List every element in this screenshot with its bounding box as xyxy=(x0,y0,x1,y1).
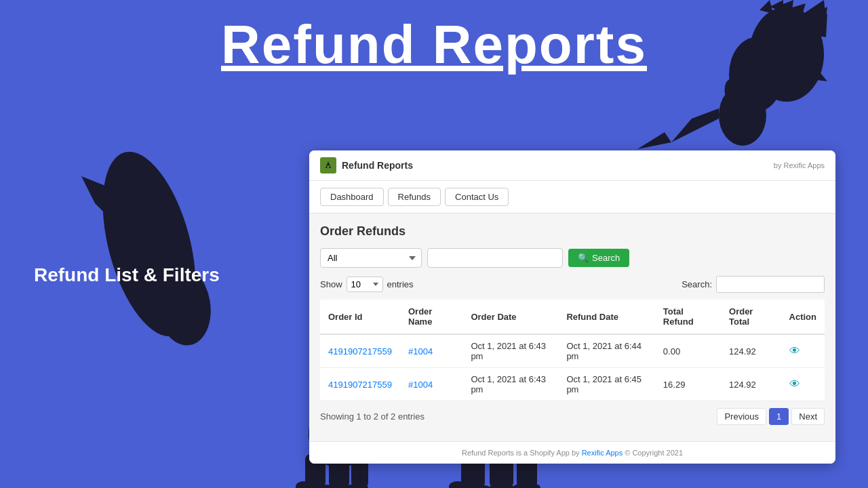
pagination-row: Showing 1 to 2 of 2 entries Previous 1 N… xyxy=(320,401,825,428)
view-icon[interactable]: 👁 xyxy=(789,345,800,357)
cell-order-name: #1004 xyxy=(400,334,462,368)
table-search-label: Search: xyxy=(682,279,712,289)
cell-total-refund: 0.00 xyxy=(655,334,721,368)
cell-order-id: 4191907217559 xyxy=(320,334,400,368)
app-nav: Dashboard Refunds Contact Us xyxy=(309,181,835,214)
cell-refund-date: Oct 1, 2021 at 6:45 pm xyxy=(558,368,654,401)
svg-point-40 xyxy=(327,165,330,168)
filter-select[interactable]: All Order Id Order Name Order Date Refun… xyxy=(320,248,422,268)
search-button-label: Search xyxy=(592,253,620,263)
cell-order-total: 124.92 xyxy=(721,368,781,401)
cell-order-total: 124.92 xyxy=(721,334,781,368)
app-footer: Refund Reports is a Shopify App by Rexif… xyxy=(309,441,835,464)
next-button[interactable]: Next xyxy=(791,408,825,425)
col-total-refund: Total Refund xyxy=(655,300,721,334)
col-order-total: Order Total xyxy=(721,300,781,334)
col-order-name: Order Name xyxy=(400,300,462,334)
svg-point-9 xyxy=(789,33,797,41)
side-label: Refund List & Filters xyxy=(34,264,237,286)
showing-text: Showing 1 to 2 of 2 entries xyxy=(320,411,425,422)
cell-order-date: Oct 1, 2021 at 6:43 pm xyxy=(462,334,558,368)
order-name-link[interactable]: #1004 xyxy=(408,346,433,357)
svg-marker-15 xyxy=(637,132,671,149)
filter-search-input[interactable] xyxy=(427,248,563,268)
order-id-link[interactable]: 4191907217559 xyxy=(328,380,392,390)
pagination-controls: Previous 1 Next xyxy=(717,408,825,425)
dino-top-right-decoration xyxy=(637,0,827,149)
footer-link[interactable]: Rexific Apps xyxy=(582,449,623,457)
previous-button[interactable]: Previous xyxy=(717,408,766,425)
nav-contact-button[interactable]: Contact Us xyxy=(445,188,509,206)
order-id-link[interactable]: 4191907217559 xyxy=(328,346,392,357)
entries-select[interactable]: 10 25 50 100 xyxy=(347,277,383,292)
cell-order-id: 4191907217559 xyxy=(320,368,400,401)
cell-order-date: Oct 1, 2021 at 6:43 pm xyxy=(462,368,558,401)
table-search-input[interactable] xyxy=(716,276,825,293)
order-name-link[interactable]: #1004 xyxy=(408,380,433,390)
footer-text: Refund Reports is a Shopify App by xyxy=(462,449,582,457)
section-title: Order Refunds xyxy=(320,224,825,239)
svg-point-13 xyxy=(719,85,766,146)
svg-marker-14 xyxy=(671,108,719,142)
col-order-date: Order Date xyxy=(462,300,558,334)
cell-refund-date: Oct 1, 2021 at 6:44 pm xyxy=(558,334,654,368)
app-panel: Refund Reports by Rexific Apps Dashboard… xyxy=(309,150,835,464)
cell-order-name: #1004 xyxy=(400,368,462,401)
nav-dashboard-button[interactable]: Dashboard xyxy=(320,188,384,206)
cell-action: 👁 xyxy=(781,334,825,368)
cell-action: 👁 xyxy=(781,368,825,401)
table-row: 4191907217559 #1004 Oct 1, 2021 at 6:43 … xyxy=(320,334,825,368)
by-rexific-label: by Rexific Apps xyxy=(774,161,825,169)
entries-row: Show 10 25 50 100 entries Search: xyxy=(320,276,825,293)
refunds-table: Order Id Order Name Order Date Refund Da… xyxy=(320,300,825,401)
table-row: 4191907217559 #1004 Oct 1, 2021 at 6:43 … xyxy=(320,368,825,401)
logo-icon xyxy=(320,157,336,174)
page-1-button[interactable]: 1 xyxy=(769,408,789,425)
table-header-row: Order Id Order Name Order Date Refund Da… xyxy=(320,300,825,334)
col-order-id: Order Id xyxy=(320,300,400,334)
view-icon[interactable]: 👁 xyxy=(789,378,800,390)
show-label: Show xyxy=(320,279,342,289)
col-action: Action xyxy=(781,300,825,334)
table-search-right: Search: xyxy=(682,276,825,293)
filter-row: All Order Id Order Name Order Date Refun… xyxy=(320,248,825,268)
app-title: Refund Reports xyxy=(342,160,413,171)
app-header: Refund Reports by Rexific Apps xyxy=(309,150,835,181)
app-logo: Refund Reports xyxy=(320,157,413,174)
footer-copyright: © Copyright 2021 xyxy=(623,449,683,457)
dino-left-decoration xyxy=(81,136,217,352)
col-refund-date: Refund Date xyxy=(558,300,654,334)
nav-refunds-button[interactable]: Refunds xyxy=(388,188,441,206)
app-content: Order Refunds All Order Id Order Name Or… xyxy=(309,214,835,439)
entries-label: entries xyxy=(387,279,414,289)
filter-search-button[interactable]: 🔍 Search xyxy=(568,249,629,267)
cell-total-refund: 16.29 xyxy=(655,368,721,401)
entries-left: Show 10 25 50 100 entries xyxy=(320,277,414,292)
search-icon: 🔍 xyxy=(578,253,589,263)
